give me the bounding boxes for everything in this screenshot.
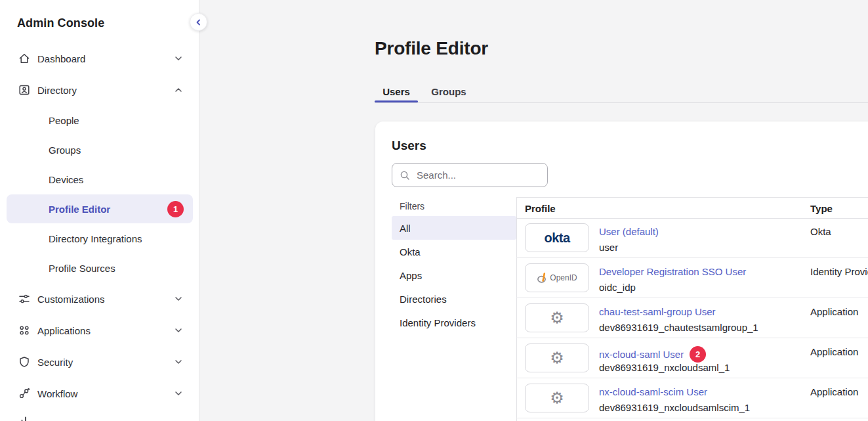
app-logo-placeholder: ⚙ xyxy=(525,303,589,332)
active-tab-underline xyxy=(375,100,418,102)
profile-type: Application xyxy=(810,346,858,357)
search-icon xyxy=(400,170,410,181)
sliders-icon xyxy=(18,292,31,305)
profile-type: Application xyxy=(810,306,858,317)
home-icon xyxy=(18,52,31,65)
sidebar-item-devices[interactable]: Devices xyxy=(7,165,193,194)
tab-groups[interactable]: Groups xyxy=(423,80,474,102)
sidebar-item-label: Directory xyxy=(37,85,175,96)
chevron-up-icon xyxy=(175,86,182,94)
chevron-down-icon xyxy=(175,389,182,397)
users-panel: Users Filters All Okta Apps Directories … xyxy=(375,122,868,421)
profile-link[interactable]: Developer Registration SSO User xyxy=(599,266,746,277)
profile-link[interactable]: chau-test-saml-group User xyxy=(599,306,716,317)
profile-type: Identity Provider xyxy=(810,266,868,277)
sidebar-item-groups[interactable]: Groups xyxy=(7,135,193,164)
filter-apps[interactable]: Apps xyxy=(392,263,516,287)
sidebar-item-label: Applications xyxy=(37,325,175,336)
openid-logo: OpenID xyxy=(525,263,589,292)
table-row: ⚙ nx-cloud-saml-scim User dev86931619_nx… xyxy=(516,378,868,418)
column-header-profile: Profile xyxy=(525,203,556,214)
table-top-border xyxy=(516,197,868,198)
reports-icon xyxy=(19,414,32,421)
filters-label: Filters xyxy=(400,201,424,211)
gear-icon: ⚙ xyxy=(550,310,564,326)
sidebar-item-label: Customizations xyxy=(37,294,175,305)
app-title: Admin Console xyxy=(17,16,104,30)
filter-identity-providers[interactable]: Identity Providers xyxy=(392,311,516,334)
profile-link[interactable]: nx-cloud-saml User xyxy=(599,349,684,360)
tab-bar-divider xyxy=(375,102,868,103)
app-logo-placeholder: ⚙ xyxy=(525,384,589,412)
page-title: Profile Editor xyxy=(375,38,488,59)
profile-type: Okta xyxy=(810,226,831,237)
sidebar-item-label: Security xyxy=(37,357,175,368)
id-card-icon xyxy=(18,83,31,97)
column-header-type: Type xyxy=(810,203,833,214)
gear-icon: ⚙ xyxy=(550,390,564,406)
sidebar-item-label: Dashboard xyxy=(37,53,175,64)
profile-link[interactable]: User (default) xyxy=(599,226,659,237)
profile-subtitle: user xyxy=(599,242,618,253)
profile-subtitle: oidc_idp xyxy=(599,282,636,293)
workflow-icon xyxy=(18,387,31,400)
profile-subtitle: dev86931619_chautestsamlgroup_1 xyxy=(599,322,758,333)
sidebar-item-directory-integrations[interactable]: Directory Integrations xyxy=(7,224,193,253)
openid-icon xyxy=(537,272,548,284)
search-input[interactable] xyxy=(415,169,536,181)
sidebar-item-profile-editor[interactable]: Profile Editor 1 xyxy=(7,194,193,223)
shield-icon xyxy=(18,355,31,368)
sidebar: Admin Console Dashboard Directory People… xyxy=(0,0,199,421)
apps-grid-icon xyxy=(18,324,31,337)
filter-okta[interactable]: Okta xyxy=(392,240,516,263)
notification-badge: 2 xyxy=(690,346,706,363)
tab-users[interactable]: Users xyxy=(375,80,418,102)
sidebar-item-directory[interactable]: Directory xyxy=(7,76,193,104)
profile-link[interactable]: nx-cloud-saml-scim User xyxy=(599,386,707,397)
chevron-left-icon xyxy=(194,18,203,27)
chevron-down-icon xyxy=(175,295,182,303)
chevron-down-icon xyxy=(175,326,182,334)
sidebar-item-people[interactable]: People xyxy=(7,106,193,135)
filter-directories[interactable]: Directories xyxy=(392,287,516,311)
sidebar-item-workflow[interactable]: Workflow xyxy=(7,379,193,408)
search-box xyxy=(392,163,548,187)
panel-title: Users xyxy=(392,139,426,153)
gear-icon: ⚙ xyxy=(550,350,564,366)
chevron-down-icon xyxy=(175,55,182,62)
okta-logo: okta xyxy=(525,223,589,252)
notification-badge: 1 xyxy=(167,201,184,217)
filter-all[interactable]: All xyxy=(392,216,516,240)
sidebar-item-customizations[interactable]: Customizations xyxy=(7,284,193,313)
profile-subtitle: dev86931619_nxcloudsaml_1 xyxy=(599,362,730,373)
table-row: okta User (default) user Okta xyxy=(516,218,868,258)
profile-subtitle: dev86931619_nxcloudsamlscim_1 xyxy=(599,402,750,413)
table-row: ⚙ nx-cloud-saml User 2 dev86931619_nxclo… xyxy=(516,338,868,378)
sidebar-collapse-button[interactable] xyxy=(190,13,207,31)
sidebar-item-label: Workflow xyxy=(37,388,175,399)
sidebar-item-dashboard[interactable]: Dashboard xyxy=(7,44,193,73)
table-row: OpenID Developer Registration SSO User o… xyxy=(516,258,868,298)
app-logo-placeholder: ⚙ xyxy=(525,343,589,372)
sidebar-item-applications[interactable]: Applications xyxy=(7,316,193,345)
sidebar-item-profile-sources[interactable]: Profile Sources xyxy=(7,254,193,282)
sidebar-item-security[interactable]: Security xyxy=(7,347,193,376)
profile-type: Application xyxy=(810,386,858,397)
table-row: ⚙ chau-test-saml-group User dev86931619_… xyxy=(516,298,868,338)
chevron-down-icon xyxy=(175,358,182,366)
